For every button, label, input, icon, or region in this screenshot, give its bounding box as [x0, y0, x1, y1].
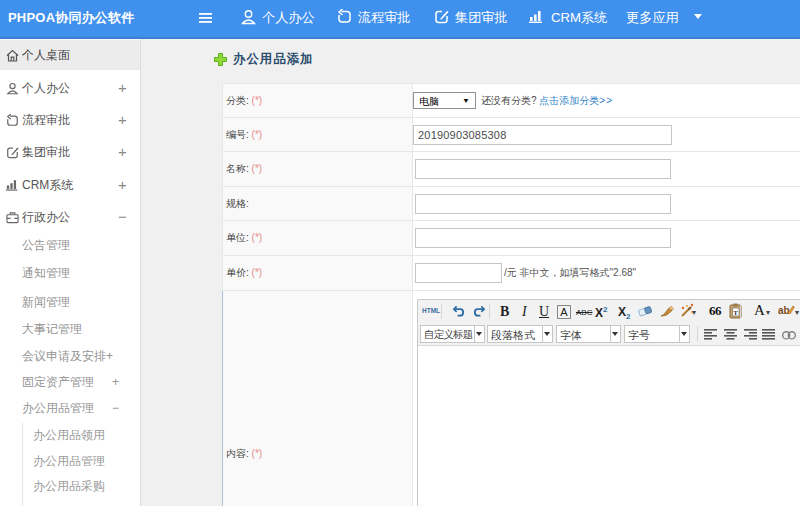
svg-text:T: T [733, 309, 738, 317]
svg-text:ab: ab [778, 305, 790, 316]
